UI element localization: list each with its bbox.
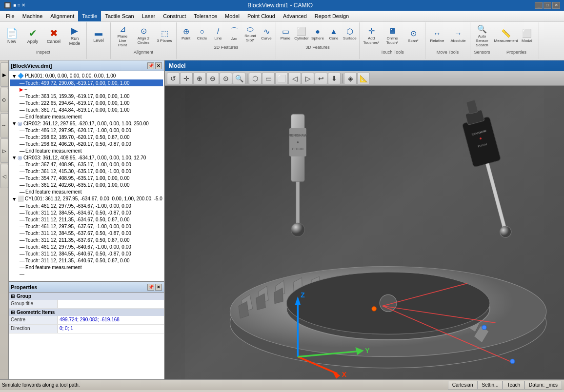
tree-touch-cir003-4[interactable]: — Touch: 361.12, 402.60, -635.17, 0.00, …: [10, 181, 163, 188]
menu-construct[interactable]: Construct: [159, 11, 190, 21]
model-measure-button[interactable]: 📐: [357, 73, 370, 84]
tree-touch-cyl001-2[interactable]: — Touch: 311.12, 384.55, -634.67, 0.50, …: [10, 209, 163, 216]
toggle-cir002[interactable]: ▼: [12, 120, 18, 126]
toggle-cyl001[interactable]: ▼: [12, 196, 18, 202]
vtab-2[interactable]: ⊙: [0, 88, 8, 112]
minimize-button[interactable]: _: [535, 2, 543, 9]
tree-touch-cir002-2[interactable]: — Touch: 298.62, 189.70, -620.17, 0.50, …: [10, 134, 163, 140]
menu-laser[interactable]: Laser: [138, 11, 160, 21]
modal-button[interactable]: ⬜ Modal: [517, 23, 537, 49]
vtab-3[interactable]: ↕: [0, 113, 8, 137]
vtab-5[interactable]: ◁: [0, 164, 8, 188]
tree-cir002[interactable]: ▼ ◎ CIR002: 361.12, 297.95, -620.17, 0.0…: [10, 120, 163, 127]
scan-button[interactable]: ⊙ Scan*: [403, 23, 423, 49]
tree-end-cyl001[interactable]: — End feature measurement: [10, 264, 163, 271]
auto-sensor-search-button[interactable]: 🔍 Auto SensorSearch: [472, 23, 492, 49]
menu-model[interactable]: Model: [221, 11, 243, 21]
toggle-pln001[interactable]: ▼: [12, 73, 18, 79]
model-view-bottom-button[interactable]: ⬇: [328, 73, 341, 84]
tree-touch-cyl001-4[interactable]: — Touch: 461.12, 297.95, -637.67, -1.00,…: [10, 223, 163, 230]
surface-button[interactable]: ⬡ Surface: [342, 23, 358, 44]
setting-button[interactable]: Settin...: [478, 381, 503, 390]
maximize-button[interactable]: □: [544, 2, 551, 9]
menu-tactile-scan[interactable]: Tactile Scan: [101, 11, 138, 21]
props-group-title-value[interactable]: [58, 300, 164, 308]
plane-line-point-button[interactable]: ⊿ Plane LinePoint: [112, 23, 133, 49]
tree-pln001[interactable]: ▼ 🔷 PLN001: 0.00, 0.00, 0.00, 0.00, 0.00…: [10, 72, 163, 79]
line-button[interactable]: / Line: [210, 23, 226, 44]
properties-pin-button[interactable]: 📌: [147, 284, 154, 291]
model-zoom-area-button[interactable]: 🔍: [233, 73, 245, 84]
menu-machine[interactable]: Machine: [19, 11, 47, 21]
tree-touch-cir003-2[interactable]: — Touch: 361.12, 415.30, -635.17, 0.00, …: [10, 168, 163, 175]
teach-button[interactable]: Teach: [503, 381, 524, 390]
plane-button[interactable]: ▭ Plane: [278, 23, 293, 44]
menu-tactile[interactable]: Tactile: [78, 11, 101, 21]
vtab-1[interactable]: ▶: [0, 62, 8, 87]
model-view-back-button[interactable]: ↩: [315, 73, 327, 84]
tree-end-pln001[interactable]: — End feature measurement: [10, 113, 163, 120]
tree-run-indicator[interactable]: ▶ ···: [10, 86, 163, 93]
apply-button[interactable]: ✔ Apply: [22, 23, 43, 49]
close-button[interactable]: ✕: [552, 2, 560, 9]
cone-button[interactable]: ▲ Cone: [326, 23, 342, 44]
vtab-4[interactable]: ▷: [0, 138, 8, 163]
tree-touch-cyl001-9[interactable]: — Touch: 311.12, 211.35, -640.67, 0.50, …: [10, 257, 163, 264]
round-slot-button[interactable]: ⬭ RoundSlot*: [242, 23, 258, 44]
tree-cyl001[interactable]: ▼ ⬜ CYL001: 361.12, 297.95, -634.67, 0.0…: [10, 195, 163, 202]
tree-touch-pln001-3[interactable]: — Touch: 222.65, 294.64, -619.17, 0.00, …: [10, 99, 163, 106]
window-controls[interactable]: _ □ ✕: [535, 2, 560, 9]
menu-alignment[interactable]: Alignment: [46, 11, 78, 21]
measurement-button[interactable]: 📏 Measurement: [496, 23, 516, 49]
align-2-circles-button[interactable]: ⊙ Align 2Circles: [133, 23, 154, 49]
tree-touch-cyl001-3[interactable]: — Touch: 311.12, 211.35, -634.67, 0.50, …: [10, 216, 163, 223]
model-display-button[interactable]: ◈: [344, 73, 357, 84]
tree-touch-cyl001-8[interactable]: — Touch: 311.12, 384.55, -640.67, 0.50, …: [10, 250, 163, 257]
point-button[interactable]: ⊕ Point: [178, 23, 194, 44]
model-rotate-button[interactable]: ↺: [167, 73, 180, 84]
tree-cir003[interactable]: ▼ ◎ CIR003: 361.12, 408.95, -634.17, 0.0…: [10, 154, 163, 161]
tree-touch-cir003-1[interactable]: — Touch: 367.47, 408.95, -635.17, -1.00,…: [10, 161, 163, 168]
add-touches-button[interactable]: ✛ AddTouches*: [361, 23, 382, 49]
new-button[interactable]: 📄 New: [1, 23, 22, 49]
circle-button[interactable]: ○ Circle: [194, 23, 210, 44]
blockview-controls[interactable]: 📌 ✕: [147, 62, 162, 69]
model-3d-viewport[interactable]: Z X Y: [165, 86, 564, 379]
blockview-close-button[interactable]: ✕: [155, 62, 162, 69]
tree-end-cir002[interactable]: — End feature measurement: [10, 147, 163, 154]
properties-controls[interactable]: 📌 ✕: [147, 284, 162, 291]
model-view-iso-button[interactable]: ⬡: [249, 73, 262, 84]
model-zoom-fit-button[interactable]: ⊙: [220, 73, 232, 84]
absolute-button[interactable]: → Absolute: [448, 23, 468, 49]
tree-touch-cir002-3[interactable]: — Touch: 298.62, 406.20, -620.17, 0.50, …: [10, 140, 163, 147]
properties-close-button[interactable]: ✕: [155, 284, 162, 291]
cartesian-button[interactable]: Cartesian: [448, 381, 478, 390]
tree-touch-cyl001-5[interactable]: — Touch: 311.12, 384.55, -637.67, 0.50, …: [10, 230, 163, 236]
tree-end-cir003[interactable]: — End feature measurement: [10, 188, 163, 195]
tree-touch-cir002-1[interactable]: — Touch: 486.12, 297.95, -620.17, -1.00,…: [10, 127, 163, 134]
tree-touch-cyl001-6[interactable]: — Touch: 311.12, 211.35, -637.67, 0.50, …: [10, 236, 163, 243]
model-pan-button[interactable]: ✛: [180, 73, 193, 84]
tree-touch-pln001-1[interactable]: — Touch: 499.72, 290.08, -619.17, 0.00, …: [10, 79, 163, 86]
blockview-pin-button[interactable]: 📌: [147, 62, 154, 69]
sphere-button[interactable]: ● Sphere: [310, 23, 325, 44]
tree-touch-cyl001-7[interactable]: — Touch: 461.12, 297.95, -640.67, -1.00,…: [10, 243, 163, 250]
3-planes-button[interactable]: ⬚ 3 Planes: [154, 23, 175, 49]
tree-touch-pln001-4[interactable]: — Touch: 361.71, 434.84, -619.17, 0.00, …: [10, 106, 163, 113]
menu-point-cloud[interactable]: Point Cloud: [243, 11, 279, 21]
model-zoom-in-button[interactable]: ⊕: [193, 73, 206, 84]
model-view-front-button[interactable]: ▭: [262, 73, 275, 84]
model-view-left-button[interactable]: ◁: [288, 73, 301, 84]
online-touch-button[interactable]: 🖥 OnlineTouch*: [382, 23, 403, 49]
curve-button[interactable]: ∿ Curve: [259, 23, 274, 44]
menu-tolerance[interactable]: Tolerance: [190, 11, 221, 21]
model-view-right-button[interactable]: ▷: [302, 73, 314, 84]
tree-touch-cir003-3[interactable]: — Touch: 354.77, 408.95, -635.17, 1.00, …: [10, 175, 163, 181]
toggle-cir003[interactable]: ▼: [12, 155, 18, 160]
menu-report-design[interactable]: Report Design: [311, 11, 353, 21]
relative-button[interactable]: ↔ Relative: [427, 23, 447, 49]
tree-touch-pln001-2[interactable]: — Touch: 363.15, 159.39, -619.17, 0.00, …: [10, 93, 163, 99]
menu-file[interactable]: File: [2, 11, 19, 21]
model-view-top-button[interactable]: ⬜: [275, 73, 288, 84]
datum-button[interactable]: Datum: _mcs: [524, 381, 562, 390]
